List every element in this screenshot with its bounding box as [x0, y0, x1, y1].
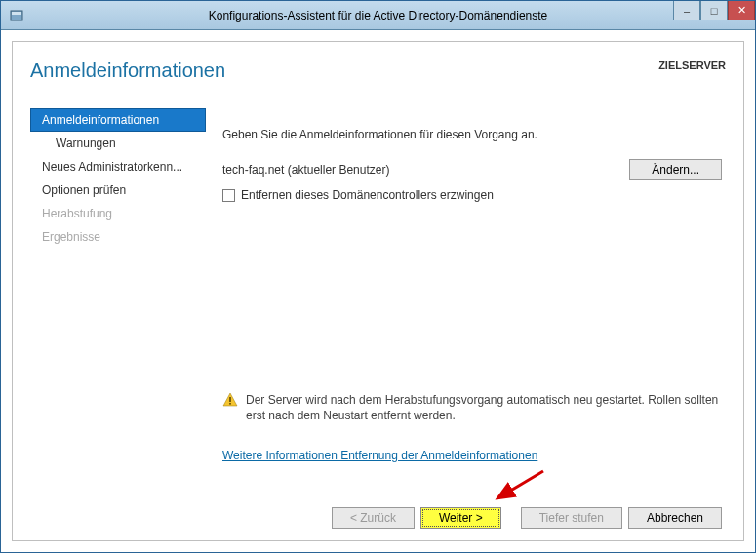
- svg-rect-1: [12, 12, 21, 15]
- header-row: Anmeldeinformationen ZIELSERVER: [30, 59, 726, 82]
- sidebar-item-results: Ergebnisse: [30, 225, 206, 249]
- titlebar[interactable]: Konfigurations-Assistent für die Active …: [1, 1, 755, 30]
- wizard-sidebar: Anmeldeinformationen Warnungen Neues Adm…: [30, 108, 206, 249]
- minimize-button[interactable]: –: [673, 1, 700, 20]
- back-button[interactable]: < Zurück: [332, 507, 415, 529]
- maximize-button[interactable]: □: [700, 1, 728, 20]
- app-icon: [9, 8, 24, 26]
- svg-rect-2: [229, 397, 231, 402]
- current-user-text: tech-faq.net (aktueller Benutzer): [222, 163, 389, 177]
- force-remove-row: Entfernen dieses Domänencontrollers erzw…: [222, 188, 722, 202]
- window-controls: – □ ✕: [673, 1, 755, 20]
- warning-text: Der Server wird nach dem Herabstufungsvo…: [246, 392, 722, 423]
- sidebar-item-review[interactable]: Optionen prüfen: [30, 178, 206, 202]
- sidebar-item-new-admin[interactable]: Neues Administratorkenn...: [30, 155, 206, 178]
- sidebar-item-demotion: Herabstufung: [30, 202, 206, 225]
- warning-icon: [222, 392, 238, 411]
- force-remove-checkbox[interactable]: [222, 189, 235, 202]
- demote-button: Tiefer stufen: [521, 507, 622, 529]
- sidebar-item-warnings[interactable]: Warnungen: [30, 132, 206, 155]
- force-remove-label: Entfernen dieses Domänencontrollers erzw…: [241, 188, 494, 202]
- wizard-body: Anmeldeinformationen ZIELSERVER Anmeldei…: [12, 41, 744, 541]
- target-server-label: ZIELSERVER: [658, 59, 726, 71]
- sidebar-item-credentials[interactable]: Anmeldeinformationen: [30, 108, 206, 132]
- cancel-button[interactable]: Abbrechen: [628, 507, 722, 529]
- lead-text: Geben Sie die Anmeldeinformationen für d…: [222, 128, 722, 141]
- warning-row: Der Server wird nach dem Herabstufungsvo…: [222, 392, 722, 423]
- wizard-window: Konfigurations-Assistent für die Active …: [0, 0, 756, 553]
- next-button[interactable]: Weiter >: [420, 507, 501, 529]
- content-area: Geben Sie die Anmeldeinformationen für d…: [222, 128, 722, 482]
- more-info-link[interactable]: Weitere Informationen Entfernung der Anm…: [222, 449, 537, 462]
- svg-rect-3: [229, 403, 231, 405]
- window-title: Konfigurations-Assistent für die Active …: [209, 9, 548, 22]
- change-button[interactable]: Ändern...: [629, 159, 722, 180]
- page-title: Anmeldeinformationen: [30, 59, 225, 82]
- user-row: tech-faq.net (aktueller Benutzer) Ändern…: [222, 159, 722, 180]
- close-button[interactable]: ✕: [728, 1, 755, 20]
- footer: < Zurück Weiter > Tiefer stufen Abbreche…: [13, 494, 743, 540]
